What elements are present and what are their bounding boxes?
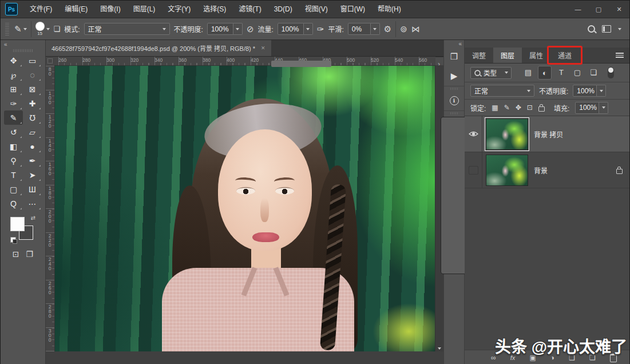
menu-item-0[interactable]: 文件(F) — [23, 1, 58, 18]
options-grip[interactable] — [5, 23, 9, 35]
menu-item-7[interactable]: 3D(D) — [268, 1, 299, 18]
document-tab[interactable]: 466528f7597942cf97e42688f1994de8.psd @ 2… — [46, 40, 271, 56]
scroll-down-icon[interactable] — [438, 347, 441, 350]
opacity-field[interactable]: 100% — [207, 23, 243, 35]
smooth-value[interactable]: 0% — [348, 23, 371, 35]
quick-mask-icon[interactable]: ⊡ — [13, 250, 19, 259]
canvas-image[interactable] — [54, 65, 435, 351]
info-panel-icon[interactable]: ℹ — [444, 91, 464, 110]
zoom-tool[interactable]: Q — [4, 196, 23, 211]
clone-stamp-tool[interactable]: ℧ — [23, 110, 42, 125]
foreground-color-swatch[interactable] — [10, 217, 25, 231]
lock-paint-icon[interactable]: ✎ — [504, 104, 510, 112]
blur-tool[interactable]: ● — [23, 139, 42, 153]
filter-shape-layers-icon[interactable]: ▢ — [571, 66, 584, 78]
lock-all-icon[interactable] — [538, 106, 545, 112]
menu-item-3[interactable]: 图层(L) — [127, 1, 162, 18]
close-button[interactable]: ✕ — [609, 1, 629, 18]
lock-position-icon[interactable]: ✥ — [516, 104, 521, 112]
ruler-corner[interactable] — [46, 57, 55, 66]
actions-panel-icon[interactable]: ▶ — [444, 66, 464, 86]
layer-row[interactable]: 背景 拷贝 — [465, 116, 629, 152]
blend-mode-select[interactable]: 正常 — [84, 23, 170, 35]
quick-select-tool[interactable]: ◌ — [23, 68, 42, 82]
type-tool[interactable]: T — [4, 168, 23, 182]
pen-tool[interactable]: ✒ — [23, 153, 42, 168]
filter-smart-objects-icon[interactable]: ❏ — [587, 66, 600, 78]
shape-tool[interactable]: ▢ — [4, 182, 23, 196]
menu-item-1[interactable]: 编辑(E) — [58, 1, 94, 18]
pressure-size-icon[interactable]: ✑ — [317, 24, 324, 34]
marquee-tool[interactable]: ▭ — [23, 53, 42, 68]
horizontal-scrollbar[interactable] — [177, 57, 434, 71]
fill-value[interactable]: 100% — [575, 102, 599, 114]
path-select-tool[interactable]: ➤ — [23, 168, 42, 182]
layer-thumbnail[interactable] — [486, 155, 528, 186]
vertical-scrollbar[interactable] — [435, 65, 443, 351]
layer-row[interactable]: 背景 — [465, 152, 629, 188]
menu-item-8[interactable]: 视图(V) — [299, 1, 334, 18]
layer-opacity-value[interactable]: 100% — [573, 85, 597, 97]
horizontal-scrollbar-thumb[interactable] — [271, 61, 331, 67]
filter-adjustment-layers-icon[interactable]: ◐ — [538, 66, 552, 80]
filter-pixel-layers-icon[interactable]: ▤ — [522, 66, 534, 78]
gradient-tool[interactable]: ◧ — [4, 139, 23, 153]
layer-blend-mode-select[interactable]: 正常 — [470, 85, 534, 97]
layer-thumbnail[interactable] — [486, 118, 528, 150]
filter-type-select[interactable]: 类型 — [470, 67, 512, 79]
crop-tool[interactable]: ⊞ — [4, 82, 23, 96]
panel-tab-1[interactable]: 图层 — [493, 48, 522, 63]
toolbar-grip[interactable] — [13, 49, 33, 52]
toolbar-collapse-icon[interactable]: « — [1, 40, 45, 48]
menu-item-6[interactable]: 滤镜(T) — [232, 1, 267, 18]
move-tool[interactable]: ✥ — [4, 53, 23, 68]
workspace-icon[interactable] — [602, 25, 611, 33]
search-icon[interactable] — [588, 25, 595, 33]
eyedropper-tool[interactable]: ✑ — [4, 96, 23, 110]
swap-colors-icon[interactable]: ⇄ — [31, 215, 35, 221]
filter-toggle[interactable] — [608, 67, 614, 78]
opacity-value[interactable]: 100% — [207, 23, 233, 35]
filter-type-layers-icon[interactable]: T — [555, 66, 568, 78]
minimize-button[interactable]: — — [568, 1, 588, 18]
pressure-opacity-icon[interactable]: ⊘ — [247, 24, 254, 34]
close-icon[interactable]: ✕ — [261, 45, 266, 51]
gear-icon[interactable]: ⚙ — [384, 24, 391, 34]
eye-hidden-box[interactable] — [465, 152, 482, 188]
panel-menu-icon[interactable] — [616, 53, 624, 58]
hand-tool[interactable]: Ш — [23, 182, 42, 196]
brush-tool[interactable]: ✎ — [4, 110, 23, 125]
menu-item-9[interactable]: 窗口(W) — [334, 1, 371, 18]
fill-field[interactable]: 100% — [575, 102, 608, 114]
panel-tab-0[interactable]: 调整 — [465, 48, 493, 63]
chevron-down-icon[interactable] — [618, 28, 621, 30]
more-tools[interactable]: ⋯ — [23, 196, 42, 211]
frame-tool[interactable]: ⊠ — [23, 82, 42, 96]
eraser-tool[interactable]: ▱ — [23, 125, 42, 139]
layer-opacity-field[interactable]: 100% — [573, 85, 606, 97]
symmetry-icon[interactable]: ⋈ — [411, 24, 420, 34]
default-colors-icon[interactable] — [10, 237, 16, 243]
lock-artboard-icon[interactable]: ⊡ — [527, 104, 533, 112]
eye-visible-icon[interactable] — [465, 116, 482, 152]
panel-tab-3[interactable]: 通道 — [550, 48, 579, 63]
history-panel-icon[interactable]: ❒ — [444, 47, 464, 66]
airbrush-icon[interactable]: ⊚ — [400, 24, 407, 34]
brush-preset-picker[interactable]: 15 — [35, 22, 50, 36]
panel-tab-2[interactable]: 属性 — [522, 48, 550, 63]
menu-item-5[interactable]: 选择(S) — [197, 1, 232, 18]
healing-brush-tool[interactable]: ✚ — [23, 96, 42, 110]
vertical-ruler[interactable]: 8010012014016018020022024026028030032 — [46, 65, 55, 351]
flow-value[interactable]: 100% — [278, 23, 304, 35]
panel-collapse-icon[interactable]: « — [444, 40, 464, 47]
maximize-button[interactable]: ▢ — [588, 1, 609, 18]
flow-field[interactable]: 100% — [278, 23, 313, 35]
color-swatches[interactable]: ⇄ — [10, 216, 35, 243]
smooth-field[interactable]: 0% — [348, 23, 380, 35]
brush-panel-toggle-icon[interactable]: ❏ — [54, 25, 61, 33]
lasso-tool[interactable]: ℘ — [4, 68, 23, 82]
dodge-tool[interactable]: ⚲ — [4, 153, 23, 168]
menu-item-10[interactable]: 帮助(H) — [371, 1, 407, 18]
menu-item-4[interactable]: 文字(Y) — [161, 1, 197, 18]
history-brush-tool[interactable]: ↺ — [4, 125, 23, 139]
